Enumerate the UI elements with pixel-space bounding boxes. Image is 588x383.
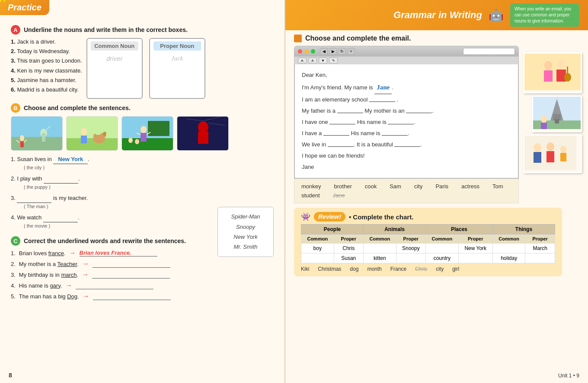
answer-c1: Brian loves France. <box>80 250 157 256</box>
svg-rect-0 <box>11 117 62 137</box>
tb-btn-4[interactable]: ✎ <box>329 57 338 63</box>
correct-list-c: 1. Brian loves france. → Brian loves Fra… <box>11 249 274 300</box>
email-greeting: Dear Ken, <box>302 70 511 81</box>
email-blank-5b <box>382 128 408 136</box>
robot-icon: 🤖 <box>489 8 504 22</box>
section-a-title: Underline the nouns and write them in th… <box>24 26 188 33</box>
minimize-btn[interactable] <box>304 49 309 54</box>
orange-square <box>294 35 302 42</box>
word-box-item-2: Snoopy <box>225 222 266 232</box>
add-tab-btn[interactable]: + <box>347 48 355 55</box>
refresh-btn[interactable]: ↻ <box>338 48 346 55</box>
sentence-c2-text: My mother is a Teacher. <box>19 261 79 267</box>
cell-r1-7 <box>492 244 525 253</box>
choose-email-label: Choose and complete the email. <box>294 35 579 42</box>
bank-word-cook: cook <box>365 183 377 190</box>
svg-point-49 <box>546 142 554 151</box>
subh-things-proper: Proper <box>525 234 555 244</box>
sentence-c1: 1. Brian loves france. → Brian loves Fra… <box>11 249 217 257</box>
section-b-sentences-wrap: 1. Susan lives in New York. ( the city )… <box>11 155 274 229</box>
bank-word-sam: Sam <box>390 183 401 190</box>
bword-france: France <box>390 266 406 272</box>
blank-b4 <box>43 213 78 222</box>
sentence-c2: 2. My mother is a Teacher. → <box>11 260 274 268</box>
cell-r2-6 <box>458 253 492 263</box>
noun-boxes: Common Noun driver Proper Noun Jack <box>86 38 205 99</box>
cell-r1-8: March <box>525 244 555 253</box>
section-b-label: B Choose and complete the sentences. <box>11 103 131 113</box>
email-client: ◀ ▶ ↻ + A A ▼ ✎ Dear Ken, <box>294 46 519 179</box>
email-closing2: Jane <box>302 161 511 173</box>
email-line6: We live in . It is a beautiful . <box>302 139 511 150</box>
email-line3: My father is a My mother is an . <box>302 105 511 117</box>
photos-column <box>523 52 582 203</box>
cell-r2-4 <box>396 253 425 263</box>
subh-people-common: Common <box>301 234 334 244</box>
sentence-c1-text: Brian loves france. <box>19 250 66 256</box>
badge-b: B <box>11 103 20 113</box>
proper-noun-example: Jack <box>153 55 201 62</box>
email-toolbar: A A ▼ ✎ <box>294 57 518 64</box>
bword-dog: dog <box>350 266 358 272</box>
cell-r2-3: kitten <box>364 253 396 263</box>
answer-c5 <box>93 292 171 300</box>
cell-r1-2: Chris <box>334 244 363 253</box>
photo3-svg <box>524 136 576 170</box>
bank-word-student: student <box>301 192 320 199</box>
tb-btn-2[interactable]: A <box>308 57 317 63</box>
practice-title: Practice <box>8 3 42 12</box>
svg-rect-19 <box>148 121 169 136</box>
bottom-words: Kiki Christmas dog month France Chris ci… <box>301 266 555 272</box>
bword-chris: Chris <box>415 266 427 272</box>
proper-noun-box: Proper Noun Jack <box>149 38 205 99</box>
subh-animals-common: Common <box>364 234 396 244</box>
svg-point-11 <box>81 128 87 136</box>
common-noun-header: Common Noun <box>91 41 138 51</box>
svg-rect-38 <box>567 66 568 79</box>
forward-btn[interactable]: ▶ <box>329 48 337 55</box>
svg-rect-9 <box>67 117 118 138</box>
page-num-left: 8 <box>9 372 12 379</box>
cell-r1-5 <box>426 244 459 253</box>
alien-icon: 👾 <box>301 212 310 222</box>
subh-animals-proper: Proper <box>396 234 425 244</box>
hint-b1: ( the city ) <box>24 164 274 171</box>
bword-city: city <box>436 266 444 272</box>
photo-frame-3 <box>523 134 582 173</box>
chart-table: People Animals Places Things Common Prop… <box>301 224 555 263</box>
badge-a: A <box>11 25 20 35</box>
bword-girl: girl <box>452 266 459 272</box>
email-search-bar[interactable] <box>463 48 515 55</box>
word-box-item-1: Spider-Man <box>225 212 266 222</box>
review-title: • Complete the chart. <box>349 213 413 221</box>
subh-people-proper: Proper <box>334 234 363 244</box>
section-c-label: C Correct the underlined words and rewri… <box>11 236 186 246</box>
svg-rect-10 <box>67 138 118 150</box>
back-btn[interactable]: ◀ <box>320 48 328 55</box>
email-closing1: I hope we can be friends! <box>302 150 511 161</box>
proper-noun-header: Proper Noun <box>153 41 201 51</box>
choose-email-title: Choose and complete the email. <box>305 35 411 42</box>
bank-word-city: city <box>414 183 423 190</box>
common-noun-example: driver <box>91 55 138 62</box>
cell-r1-4: Snoopy <box>396 244 425 253</box>
answer-c3 <box>92 271 170 279</box>
sentence-c4-text: His name is gary. <box>19 282 62 289</box>
tb-btn-3[interactable]: ▼ <box>319 57 327 63</box>
maximize-btn[interactable] <box>311 49 315 54</box>
grammar-title: Grammar in Writing <box>393 9 482 21</box>
tb-btn-1[interactable]: A <box>298 57 307 63</box>
email-line4: I have one His name is . <box>302 117 511 128</box>
email-fill-jane: Jane <box>374 81 392 94</box>
word-box-item-3: New York <box>225 232 266 242</box>
close-btn[interactable] <box>298 49 302 54</box>
right-header: Grammar in Writing 🤖 When you write an e… <box>285 0 588 30</box>
page-num-right: Unit 1 • 9 <box>558 373 579 379</box>
right-content: Choose and complete the email. ◀ ▶ ↻ + <box>285 30 588 279</box>
email-blank-3b <box>406 105 432 113</box>
arrow-c5: → <box>83 292 89 300</box>
img-teacher: 3 <box>121 116 173 151</box>
svg-point-33 <box>557 59 566 70</box>
svg-point-35 <box>544 61 552 70</box>
email-blank-4a <box>329 117 355 124</box>
